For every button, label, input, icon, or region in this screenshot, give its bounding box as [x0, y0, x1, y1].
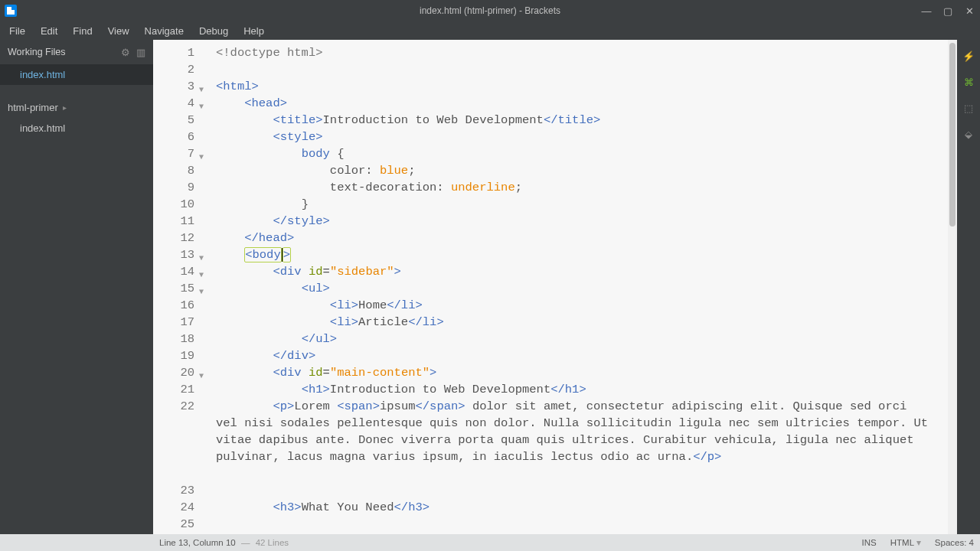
fold-toggle[interactable]: ▼	[199, 284, 204, 301]
working-file-index[interactable]: index.html	[0, 64, 153, 85]
indent-setting[interactable]: Spaces: 4	[935, 538, 974, 547]
project-name: html-primer	[8, 102, 58, 113]
project-file-index[interactable]: index.html	[0, 118, 153, 139]
split-view-icon[interactable]: ▥	[136, 47, 145, 58]
fold-toggle[interactable]: ▼	[199, 99, 204, 116]
menu-help[interactable]: Help	[236, 21, 272, 40]
window-title: index.html (html-primer) - Brackets	[420, 5, 560, 16]
scrollbar-thumb[interactable]	[949, 43, 956, 227]
close-button[interactable]: ✕	[959, 0, 980, 21]
fold-toggle[interactable]: ▼	[199, 82, 204, 99]
gear-icon[interactable]: ⚙	[121, 47, 130, 58]
editor[interactable]: 123▼4▼567▼8910111213▼14▼15▼1617181920▼21…	[153, 40, 957, 534]
working-files-label: Working Files	[8, 47, 65, 57]
menu-edit[interactable]: Edit	[33, 21, 65, 40]
fold-toggle[interactable]: ▼	[199, 149, 204, 166]
brackets-logo-icon	[5, 5, 17, 17]
maximize-button[interactable]: ▢	[937, 0, 959, 21]
menu-debug[interactable]: Debug	[191, 21, 236, 40]
project-dropdown[interactable]: html-primer ▸	[0, 97, 153, 118]
working-files-header: Working Files ⚙ ▥	[0, 40, 153, 64]
title-bar: index.html (html-primer) - Brackets — ▢ …	[0, 0, 980, 21]
line-gutter: 123▼4▼567▼8910111213▼14▼15▼1617181920▼21…	[153, 40, 201, 534]
total-lines: 42 Lines	[256, 538, 289, 547]
menu-navigate[interactable]: Navigate	[137, 21, 191, 40]
minimize-button[interactable]: —	[916, 0, 937, 21]
fold-toggle[interactable]: ▼	[199, 368, 204, 385]
code-area[interactable]: <!doctype html><html> <head> <title>Intr…	[201, 40, 957, 534]
status-sep: —	[239, 538, 253, 547]
fold-toggle[interactable]: ▼	[199, 267, 204, 284]
live-preview-icon[interactable]: ⚡	[962, 49, 975, 63]
right-toolbar: ⚡ ⌘ ⬚ ⬙	[957, 40, 980, 534]
chevron-down-icon: ▸	[63, 103, 67, 112]
cursor-position[interactable]: Line 13, Column 10	[159, 538, 236, 547]
sidebar: Working Files ⚙ ▥ index.html html-primer…	[0, 40, 153, 534]
fold-toggle[interactable]: ▼	[199, 250, 204, 267]
ext-icon-1[interactable]: ⬚	[962, 101, 975, 115]
ext-icon-2[interactable]: ⬙	[962, 127, 975, 141]
menu-file[interactable]: File	[2, 21, 33, 40]
menu-bar: File Edit Find View Navigate Debug Help	[0, 21, 980, 40]
extension-manager-icon[interactable]: ⌘	[962, 75, 975, 89]
menu-find[interactable]: Find	[65, 21, 100, 40]
menu-view[interactable]: View	[100, 21, 137, 40]
language-mode[interactable]: HTML ▾	[890, 537, 921, 548]
status-bar: Line 13, Column 10 — 42 Lines INS HTML ▾…	[0, 534, 980, 551]
insert-mode[interactable]: INS	[862, 538, 877, 547]
vertical-scrollbar[interactable]	[948, 40, 957, 534]
